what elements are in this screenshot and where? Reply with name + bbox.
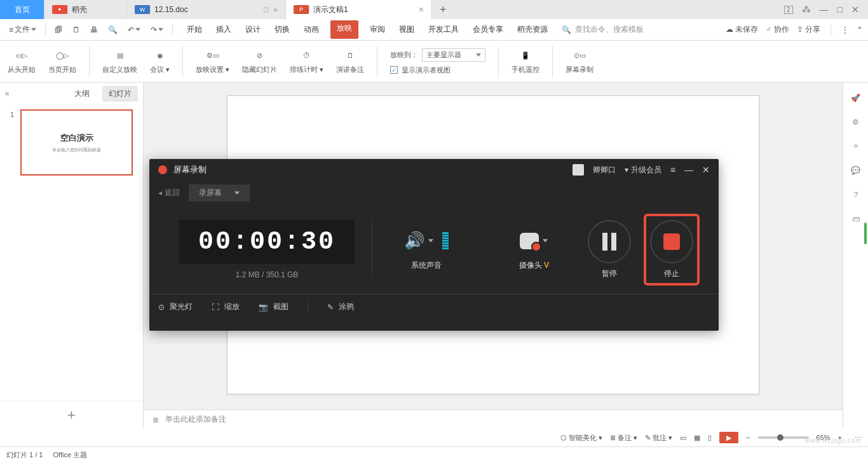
recorder-menu-icon[interactable]: ≡ [670, 165, 675, 175]
camera-control[interactable]: 摄像头 V [480, 228, 588, 271]
zoom-slider[interactable] [758, 436, 809, 439]
menu-tab-design[interactable]: 设计 [243, 20, 263, 39]
thumb-subtitle: 单击输入您的封面副标题 [52, 147, 101, 153]
save-icon[interactable]: 🗐 [51, 23, 66, 37]
badge-icon[interactable]: 2 [784, 6, 793, 14]
ribbon-from-current[interactable]: ◯▷当页开始 [48, 48, 76, 74]
recorder-minimize-icon[interactable]: — [684, 165, 693, 175]
menu-button[interactable]: ≡ 文件 [5, 22, 40, 38]
close-window-icon[interactable]: ✕ [851, 4, 859, 15]
search-box[interactable]: 🔍 查找命令、搜索模板 [562, 24, 644, 35]
settings-icon[interactable]: ⁂ [802, 4, 811, 15]
beautify-button[interactable]: ⬡ 智能美化 ▾ [560, 433, 602, 443]
notes-button[interactable]: ≣ 备注 ▾ [610, 433, 637, 443]
menu-tab-vip[interactable]: 会员专享 [470, 20, 506, 39]
tab-pin-icon[interactable]: ⊡ [263, 5, 269, 14]
camera-label: 摄像头 [519, 261, 542, 270]
collapse-panel-icon[interactable]: « [5, 89, 10, 98]
menu-tab-animation[interactable]: 动画 [301, 20, 322, 39]
add-slide-button[interactable]: + [0, 401, 143, 429]
ribbon-phone-remote[interactable]: 📱手机遥控 [512, 48, 539, 74]
menu-tab-start[interactable]: 开始 [184, 20, 205, 39]
new-tab-button[interactable]: + [432, 0, 454, 19]
minimize-icon[interactable]: — [820, 4, 829, 15]
more-icon[interactable]: ⋮ [841, 25, 849, 34]
comments-button[interactable]: ✎ 批注 ▾ [645, 433, 672, 443]
ribbon-settings[interactable]: ⚙▭放映设置 ▾ [196, 48, 229, 74]
presenter-view-label: 显示演示者视图 [402, 66, 451, 75]
pause-button[interactable]: 暂停 [588, 220, 631, 279]
green-indicator [864, 223, 867, 244]
menu-tab-transition[interactable]: 切换 [272, 20, 292, 39]
undo-icon[interactable]: ↶ [124, 23, 144, 37]
outline-tab[interactable]: 大纲 [68, 86, 96, 102]
ribbon-hide-slide[interactable]: ⊘隐藏幻灯片 [242, 48, 277, 74]
ribbon-custom[interactable]: ▤自定义放映 [102, 48, 137, 74]
sparkle-icon[interactable]: ✧ [850, 140, 862, 153]
ribbon-screen-record[interactable]: ⊙▭屏幕录制 [566, 48, 593, 74]
tab-docke[interactable]: ✦ 稻壳 [44, 0, 127, 19]
menu-tab-slideshow[interactable]: 放映 [330, 20, 358, 39]
word-icon: W [135, 5, 151, 14]
zoom-tool[interactable]: ⛶缩放 [212, 301, 240, 312]
screenshot-tool[interactable]: 📷截图 [259, 301, 288, 312]
menu-tab-dev[interactable]: 开发工具 [426, 20, 461, 39]
view-normal-icon[interactable]: ▭ [680, 434, 686, 442]
share-button[interactable]: ⇪ 分享 [797, 24, 820, 35]
unsaved-button[interactable]: ☁ 未保存 [726, 24, 758, 35]
bottom-toolbar: ⬡ 智能美化 ▾ ≣ 备注 ▾ ✎ 批注 ▾ ▭ ▦ ▯ ▶ − 65% + ⋯ [0, 429, 868, 446]
recorder-back-button[interactable]: ◂ 返回 [158, 188, 180, 198]
doodle-tool[interactable]: ✎涂鸦 [327, 301, 354, 312]
tab-doc[interactable]: W 12.15.doc ⊡ ● [127, 0, 286, 19]
right-toolbar: 🚀 ⚙ ✧ 💬 ？ 🗃 [843, 83, 868, 429]
theme-name: Office 主题 [53, 450, 87, 460]
tab-home[interactable]: 首页 [0, 0, 44, 19]
recorder-close-icon[interactable]: ✕ [702, 165, 710, 175]
notes-bar[interactable]: ≣ 单击此处添加备注 [144, 410, 843, 429]
file-size: 1.2 MB / 350.1 GB [236, 270, 299, 279]
menu-tab-view[interactable]: 视图 [397, 20, 417, 39]
upgrade-button[interactable]: ▾ 升级会员 [625, 165, 661, 176]
user-avatar[interactable] [573, 164, 584, 176]
ribbon: ▭▷从头开始 ◯▷当页开始 ▤自定义放映 ◉会议 ▾ ⚙▭放映设置 ▾ ⊘隐藏幻… [0, 41, 868, 83]
print-icon[interactable]: 🖶 [86, 23, 102, 37]
menu-tab-resource[interactable]: 稻壳资源 [515, 20, 550, 39]
preview-icon[interactable]: 🔍 [104, 23, 121, 37]
stop-button-highlight: 停止 [644, 214, 700, 286]
ribbon-meeting[interactable]: ◉会议 ▾ [150, 48, 170, 74]
view-sorter-icon[interactable]: ▦ [694, 434, 700, 442]
ribbon-speaker-notes[interactable]: 🗒演讲备注 [336, 48, 364, 74]
clip-icon[interactable]: 🗃 [850, 212, 862, 225]
record-dot-icon [158, 165, 167, 174]
collapse-ribbon-icon[interactable]: ⌃ [857, 25, 863, 34]
chat-icon[interactable]: 💬 [850, 164, 862, 177]
close-tab-icon[interactable]: × [419, 4, 424, 15]
zoom-out-icon[interactable]: − [746, 434, 750, 441]
slides-tab[interactable]: 幻灯片 [102, 86, 138, 102]
ribbon-from-start[interactable]: ▭▷从头开始 [8, 48, 36, 74]
slide-thumb-1[interactable]: 1 空白演示 单击输入您的封面副标题 [10, 109, 133, 176]
stop-button[interactable]: 停止 [650, 220, 693, 279]
maximize-icon[interactable]: □ [837, 4, 843, 15]
display-select[interactable]: 主要显示器 [422, 48, 485, 62]
collab-button[interactable]: ♂ 协作 [766, 24, 789, 35]
play-button[interactable]: ▶ [719, 432, 738, 443]
redo-icon[interactable]: ↷ [147, 23, 167, 37]
menu-tab-insert[interactable]: 插入 [214, 20, 234, 39]
menu-tab-review[interactable]: 审阅 [367, 20, 388, 39]
tab-bar: 首页 ✦ 稻壳 W 12.15.doc ⊡ ● P 演示文稿1 × + 2 ⁂ … [0, 0, 868, 19]
rocket-icon[interactable]: 🚀 [850, 92, 862, 104]
ribbon-rehearse[interactable]: ⏱排练计时 ▾ [290, 48, 323, 74]
recorder-titlebar[interactable]: 屏幕录制 卿卿口 ▾ 升级会员 ≡ — ✕ [149, 159, 719, 181]
audio-control[interactable]: 🔊 系统声音 [372, 228, 480, 271]
view-reading-icon[interactable]: ▯ [708, 434, 712, 442]
sliders-icon[interactable]: ⚙ [850, 116, 862, 128]
thumb-title: 空白演示 [60, 132, 93, 144]
record-mode-select[interactable]: 录屏幕 [189, 184, 250, 202]
spotlight-tool[interactable]: ⊙聚光灯 [158, 301, 193, 312]
notes-placeholder: 单击此处添加备注 [165, 414, 226, 425]
presenter-view-checkbox[interactable]: ✓ [390, 66, 398, 74]
help-icon[interactable]: ？ [850, 188, 862, 201]
tab-ppt[interactable]: P 演示文稿1 × [286, 0, 432, 19]
export-icon[interactable]: 🗒 [69, 23, 84, 37]
